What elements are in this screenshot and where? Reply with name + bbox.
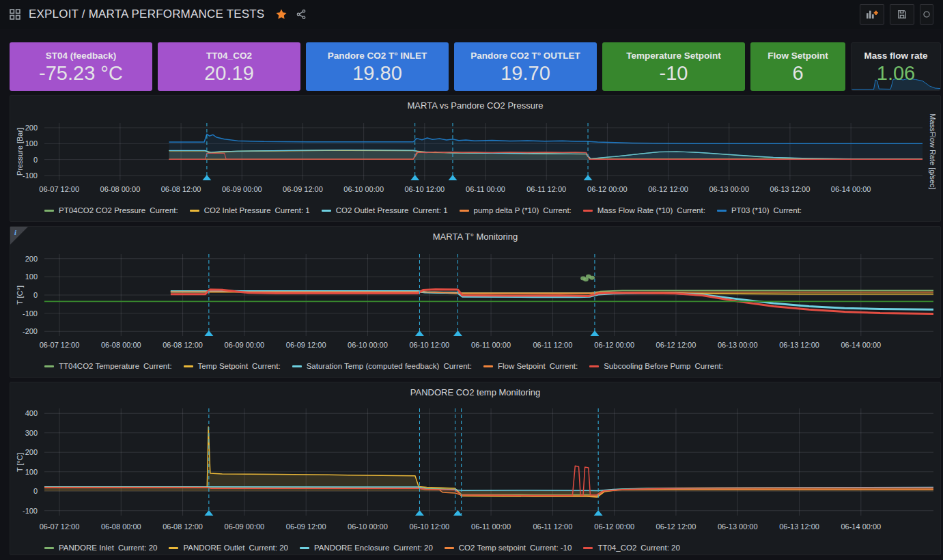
legend-item[interactable]: Subcooling Before PumpCurrent: (589, 362, 723, 370)
legend-item[interactable]: TT04CO2 TemperatureCurrent: (44, 362, 172, 370)
dashboard-header: EXPLOIT / MARTA PERFORMANCE TESTS (0, 0, 943, 29)
legend-current-value: Current: 20 (118, 544, 158, 552)
legend-series-name: PT03 (*10) (731, 206, 770, 214)
chart-panel-3: PANDORE CO2 temp MonitoringT [°C]4003002… (10, 382, 941, 555)
info-icon: i (14, 228, 16, 236)
plot-area[interactable] (44, 123, 923, 180)
y-tick-label: -100 (10, 309, 38, 318)
stat-panel-title: Flow Setpoint (768, 51, 828, 61)
x-axis-labels: 06-07 12:0006-08 00:0006-08 12:0006-09 0… (44, 341, 933, 350)
y-axis-label-right: MassFlow Rate [g/sec] (929, 113, 937, 189)
stat-panel-1: ST04 (feedback)-75.23 °C (10, 42, 152, 91)
x-tick-label: 06-11 12:00 (526, 185, 566, 193)
legend-series-name: pump delta P (*10) (474, 206, 539, 214)
legend-color-dash (583, 547, 593, 549)
x-tick-label: 06-11 00:00 (466, 185, 505, 193)
legend-item[interactable]: PANDORE InletCurrent: 20 (44, 544, 157, 552)
dashboard-title[interactable]: EXPLOIT / MARTA PERFORMANCE TESTS (29, 8, 264, 21)
x-tick-label: 06-13 00:00 (718, 341, 758, 349)
x-tick-label: 06-09 12:00 (286, 341, 326, 349)
y-tick-label: -100 (10, 171, 38, 180)
chart-title[interactable]: PANDORE CO2 temp Monitoring (10, 387, 940, 397)
legend-item[interactable]: Flow SetpointCurrent: (483, 362, 578, 370)
chart-title[interactable]: MARTA vs Pandore CO2 Pressure (10, 100, 940, 111)
legend-item[interactable]: PT03 (*10)Current: (717, 206, 802, 214)
legend-item[interactable]: Temp SetpointCurrent: (184, 362, 281, 370)
stat-panel-value: 6 (792, 64, 803, 83)
stat-panel-6: Flow Setpoint6 (750, 42, 845, 91)
legend-series-name: PANDORE Enclosure (314, 544, 389, 552)
x-tick-label: 06-13 12:00 (770, 185, 811, 193)
legend-current-value: Current: (443, 362, 472, 370)
y-tick-label: 100 (10, 139, 38, 148)
chart-title[interactable]: MARTA T° Monitoring (10, 232, 940, 242)
legend-item[interactable]: TT04_CO2Current: 20 (583, 544, 679, 552)
plot-area[interactable] (44, 254, 933, 336)
legend-current-value: Current: (694, 362, 723, 370)
star-icon[interactable] (275, 8, 287, 20)
legend-item[interactable]: Mass Flow Rate (*10)Current: (583, 206, 705, 214)
y-tick-label: -100 (10, 507, 38, 515)
chart-panel-1: MARTA vs Pandore CO2 PressurePressure [B… (10, 95, 941, 222)
x-tick-label: 06-10 12:00 (404, 185, 445, 193)
legend-current-value: Current: 20 (249, 544, 288, 552)
legend-series-name: CO2 Temp setpoint (459, 544, 526, 552)
legend-item[interactable]: pump delta P (*10)Current: (460, 206, 572, 214)
x-tick-label: 06-12 00:00 (594, 341, 634, 349)
legend-series-name: CO2 Inlet Pressure (204, 206, 271, 214)
chart-panels: MARTA vs Pandore CO2 PressurePressure [B… (0, 91, 943, 555)
x-tick-label: 06-14 00:00 (841, 341, 881, 349)
legend-color-dash (583, 210, 593, 212)
legend-series-name: Saturation Temp (computed feedback) (307, 362, 440, 370)
save-dashboard-button[interactable] (890, 4, 914, 25)
legend-current-value: Current: (774, 206, 802, 214)
y-tick-label: 300 (10, 429, 38, 437)
stat-panel-7: Mass flow rate1.06 (851, 42, 941, 91)
plot-area[interactable] (44, 408, 933, 516)
x-axis-labels: 06-07 12:0006-08 00:0006-08 12:0006-09 0… (44, 522, 933, 532)
x-tick-label: 06-09 00:00 (225, 522, 265, 531)
y-tick-label: 200 (10, 448, 38, 456)
panel-settings-button[interactable] (920, 4, 933, 25)
x-tick-label: 06-12 12:00 (648, 185, 688, 193)
y-tick-label: 200 (10, 124, 38, 132)
y-tick-label: 100 (10, 272, 38, 281)
add-panel-button[interactable] (860, 4, 884, 25)
legend-current-value: Current: (677, 206, 705, 214)
x-tick-label: 06-13 00:00 (709, 185, 749, 193)
stat-panel-value: 20.19 (204, 64, 254, 83)
stat-panel-value: 19.80 (352, 64, 402, 83)
stat-panel-title: Pandore CO2 T° OUTLET (470, 51, 580, 61)
legend-item[interactable]: CO2 Outlet PressureCurrent: 1 (322, 206, 448, 214)
legend-item[interactable]: Saturation Temp (computed feedback)Curre… (292, 362, 472, 370)
x-tick-label: 06-10 12:00 (409, 522, 449, 531)
stat-panel-title: TT04_CO2 (206, 51, 252, 61)
x-tick-label: 06-09 12:00 (283, 185, 323, 193)
x-tick-label: 06-09 00:00 (222, 185, 262, 193)
legend-item[interactable]: CO2 Inlet PressureCurrent: 1 (190, 206, 310, 214)
legend-series-name: Flow Setpoint (498, 362, 546, 370)
legend-current-value: Current: (150, 206, 178, 214)
legend-item[interactable]: PT04CO2 CO2 PressureCurrent: (44, 206, 178, 214)
legend-item[interactable]: PANDORE OutletCurrent: 20 (169, 544, 287, 552)
stat-panel-title: Mass flow rate (864, 51, 927, 61)
x-tick-label: 06-08 12:00 (161, 185, 201, 193)
x-tick-label: 06-08 12:00 (163, 522, 203, 531)
x-tick-label: 06-14 00:00 (841, 522, 881, 531)
legend-series-name: Temp Setpoint (198, 362, 249, 370)
panel-info-corner[interactable] (10, 227, 28, 244)
share-icon[interactable] (296, 9, 307, 20)
chart-panel-2: iMARTA T° MonitoringT [C°]2001000-100-20… (10, 226, 941, 378)
stat-panel-4: Pandore CO2 T° OUTLET19.70 (454, 42, 597, 91)
x-tick-label: 06-13 12:00 (779, 341, 819, 349)
x-tick-label: 06-12 00:00 (587, 185, 628, 193)
legend-series-name: PANDORE Outlet (183, 544, 244, 552)
x-tick-label: 06-14 00:00 (831, 185, 871, 193)
legend-series-name: TT04_CO2 (597, 544, 636, 552)
legend-item[interactable]: CO2 Temp setpointCurrent: -10 (445, 544, 572, 552)
legend-color-dash (589, 365, 599, 367)
legend-item[interactable]: PANDORE EnclosureCurrent: 20 (300, 544, 433, 552)
dashboard-grid-icon[interactable] (10, 9, 20, 20)
y-tick-label: 100 (10, 468, 38, 476)
x-tick-label: 06-13 00:00 (718, 522, 758, 531)
